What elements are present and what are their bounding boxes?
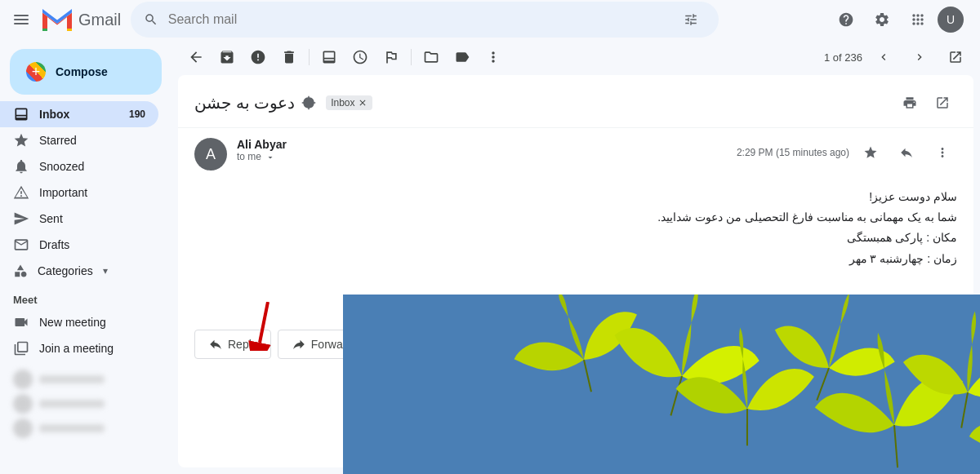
- starred-label: Starred: [39, 134, 77, 147]
- search-options-button[interactable]: [676, 3, 706, 36]
- nav-count: 1 of 236: [824, 51, 862, 64]
- sidebar-users-blurred: [0, 361, 172, 446]
- inbox-icon: [13, 106, 29, 122]
- svg-rect-2: [14, 23, 29, 24]
- sidebar-item-sent[interactable]: Sent: [0, 206, 158, 232]
- top-bar: Gmail U: [0, 0, 980, 39]
- open-in-new-button[interactable]: [941, 42, 970, 72]
- email-view: دعوت به جشن Inbox: [178, 75, 973, 467]
- sidebar-item-new-meeting[interactable]: New meeting: [0, 309, 158, 335]
- sidebar-item-starred[interactable]: Starred: [0, 127, 158, 153]
- new-meeting-label: New meeting: [39, 316, 106, 329]
- archive-button[interactable]: [212, 42, 242, 72]
- more-button[interactable]: [479, 42, 508, 72]
- spam-button[interactable]: [243, 42, 273, 72]
- join-icon: [13, 340, 29, 357]
- gmail-logo: Gmail: [42, 9, 124, 31]
- top-bar-right: U: [830, 3, 973, 36]
- sent-label: Sent: [39, 212, 63, 225]
- toolbar-right: 1 of 236: [824, 42, 970, 72]
- help-button[interactable]: [830, 3, 862, 36]
- forward-subject-icon: [301, 95, 316, 110]
- categories-arrow: ▾: [103, 265, 108, 277]
- sidebar: Compose Inbox 190 Starred Snoozed: [0, 39, 172, 474]
- body-line-5: منتظرتوام.: [194, 290, 957, 310]
- body-line-4: زمان : چهارشنبه ۳ مهر: [194, 249, 957, 269]
- body-line-3: مکان : پارکی همبستگی: [194, 228, 957, 248]
- body-line-1: سلام دوست عزیز!: [194, 187, 957, 207]
- svg-rect-4: [67, 29, 72, 31]
- forward-label: Forward: [311, 338, 353, 351]
- nav-prev-button[interactable]: [869, 42, 898, 72]
- email-toolbar: 1 of 236: [172, 39, 980, 75]
- important-icon: [13, 184, 29, 201]
- star-icon: [13, 132, 29, 148]
- compose-label: Compose: [56, 65, 108, 78]
- sidebar-item-join-meeting[interactable]: Join a meeting: [0, 335, 158, 361]
- hamburger-button[interactable]: [7, 5, 36, 34]
- sidebar-item-snoozed[interactable]: Snoozed: [0, 153, 158, 179]
- sender-info: Ali Abyar to me: [237, 138, 737, 162]
- move-to-button[interactable]: [416, 42, 446, 72]
- categories-icon: [13, 264, 28, 278]
- gmail-wordmark: Gmail: [78, 11, 121, 29]
- email-header-actions: [895, 88, 957, 117]
- settings-button[interactable]: [866, 3, 898, 36]
- svg-rect-0: [14, 15, 29, 16]
- video-icon: [13, 314, 29, 330]
- email-header-row: دعوت به جشن Inbox: [178, 75, 973, 128]
- svg-rect-1: [14, 19, 29, 20]
- print-button[interactable]: [895, 88, 924, 117]
- reply-email-button[interactable]: [892, 138, 921, 167]
- email-time-actions: 2:29 PM (15 minutes ago): [737, 138, 957, 167]
- inbox-badge: 190: [129, 109, 145, 120]
- svg-rect-3: [42, 29, 47, 31]
- search-input[interactable]: [168, 12, 667, 27]
- sidebar-item-important[interactable]: Important: [0, 179, 158, 206]
- main-layout: Compose Inbox 190 Starred Snoozed: [0, 39, 980, 474]
- inbox-label: Inbox: [39, 108, 69, 121]
- inbox-chip: Inbox: [326, 95, 372, 110]
- drafts-icon: [13, 237, 29, 253]
- categories-label: Categories: [38, 264, 93, 277]
- action-buttons: Reply Forward: [178, 326, 973, 375]
- compose-button[interactable]: Compose: [10, 49, 162, 95]
- nav-next-button[interactable]: [905, 42, 934, 72]
- sender-to: to me: [237, 151, 737, 162]
- sidebar-item-categories[interactable]: Categories ▾: [0, 258, 158, 284]
- sidebar-item-drafts[interactable]: Drafts: [0, 232, 158, 258]
- drafts-label: Drafts: [39, 238, 69, 251]
- move-to-inbox-button[interactable]: [314, 42, 344, 72]
- sidebar-item-inbox[interactable]: Inbox 190: [0, 101, 158, 127]
- snoozed-icon: [13, 158, 29, 175]
- search-bar: [131, 2, 719, 38]
- toolbar-divider-2: [411, 49, 412, 65]
- email-sender-row: A Ali Abyar to me 2:29 PM (15 minutes ag…: [178, 128, 973, 180]
- body-line-2: شما به یک مهمانی به مناسبت فارغ التحصیلی…: [194, 207, 957, 228]
- toolbar-divider-1: [309, 49, 310, 65]
- sender-avatar: A: [194, 138, 227, 171]
- labels-button[interactable]: [448, 42, 477, 72]
- important-label: Important: [39, 186, 87, 199]
- email-time: 2:29 PM (15 minutes ago): [737, 147, 849, 158]
- add-to-tasks-button[interactable]: [376, 42, 406, 72]
- user-avatar[interactable]: U: [938, 7, 964, 33]
- meet-section-label: Meet: [0, 284, 172, 309]
- star-email-button[interactable]: [856, 138, 885, 167]
- back-button[interactable]: [181, 42, 211, 72]
- open-new-button[interactable]: [928, 88, 957, 117]
- apps-button[interactable]: [902, 3, 934, 36]
- snooze-button[interactable]: [345, 42, 375, 72]
- red-arrow-icon: [243, 302, 292, 351]
- svg-line-6: [260, 302, 268, 343]
- join-meeting-label: Join a meeting: [39, 342, 114, 355]
- compose-plus-icon: [26, 62, 46, 82]
- sent-icon: [13, 210, 29, 227]
- more-email-button[interactable]: [928, 138, 957, 167]
- search-icon: [144, 11, 158, 28]
- snoozed-label: Snoozed: [39, 160, 84, 173]
- email-body: سلام دوست عزیز! شما به یک مهمانی به مناس…: [178, 180, 973, 326]
- sender-name: Ali Abyar: [237, 138, 737, 151]
- email-subject: دعوت به جشن: [194, 93, 295, 113]
- delete-button[interactable]: [274, 42, 304, 72]
